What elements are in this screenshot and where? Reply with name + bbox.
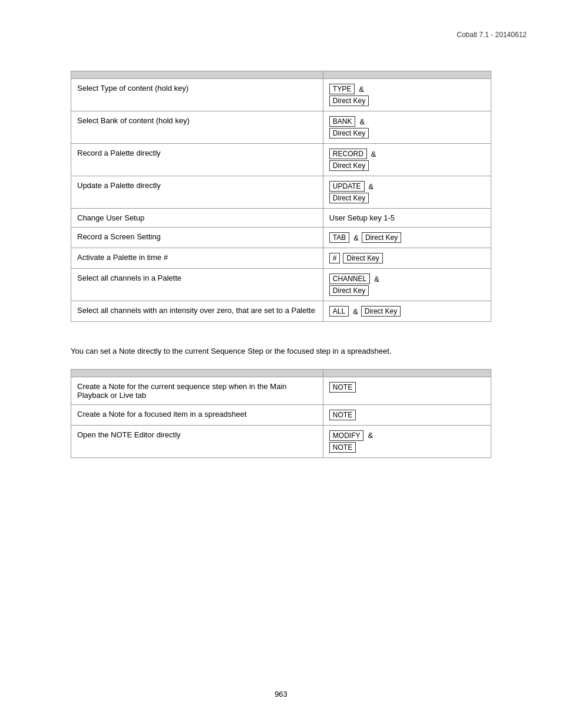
row-description: Update a Palette directly — [71, 176, 323, 209]
row-keys: NOTE — [323, 377, 491, 404]
direct-key: Direct Key — [329, 128, 369, 139]
table-row: Open the NOTE Editor directly MODIFY & N… — [71, 425, 491, 457]
row-description: Select Type of content (hold key) — [71, 79, 323, 111]
type-key: TYPE — [329, 84, 355, 94]
row-description: Create a Note for the current sequence s… — [71, 377, 323, 404]
direct-key: Direct Key — [329, 160, 369, 171]
table-row: Create a Note for the current sequence s… — [71, 377, 491, 404]
table-row: Select Bank of content (hold key) BANK &… — [71, 111, 491, 144]
row-description: Open the NOTE Editor directly — [71, 425, 323, 457]
tab-key: TAB — [329, 232, 349, 243]
col-header-1 — [71, 71, 323, 79]
row-keys: RECORD & Direct Key — [323, 144, 491, 176]
note-key: NOTE — [329, 382, 356, 393]
note-section-intro: You can set a Note directly to the curre… — [71, 345, 491, 357]
table-row: Select Type of content (hold key) TYPE &… — [71, 79, 491, 111]
row-description: Record a Screen Setting — [71, 228, 323, 248]
row-keys: BANK & Direct Key — [323, 111, 491, 144]
table-row: Select all channels with an intensity ov… — [71, 301, 491, 322]
direct-key: Direct Key — [329, 285, 369, 296]
bank-key: BANK — [329, 116, 356, 127]
hash-key: # — [329, 253, 340, 263]
col-header-2 — [323, 71, 491, 79]
row-keys: NOTE — [323, 404, 491, 425]
note-shortcuts-table: Create a Note for the current sequence s… — [71, 369, 491, 458]
table-row: Change User Setup User Setup key 1-5 — [71, 209, 491, 228]
row-description: Activate a Palette in time # — [71, 248, 323, 269]
record-key: RECORD — [329, 149, 367, 159]
row-description: Select Bank of content (hold key) — [71, 111, 323, 144]
update-key: UPDATE — [329, 181, 365, 192]
direct-key: Direct Key — [329, 95, 369, 106]
row-keys: MODIFY & NOTE — [323, 425, 491, 457]
row-keys: User Setup key 1-5 — [323, 209, 491, 228]
row-description: Create a Note for a focused item in a sp… — [71, 404, 323, 425]
row-keys: UPDATE & Direct Key — [323, 176, 491, 209]
row-description: Select all channels with an intensity ov… — [71, 301, 323, 322]
col-header-2 — [323, 369, 491, 377]
direct-key: Direct Key — [343, 253, 382, 263]
table-row: Select all channels in a Palette CHANNEL… — [71, 269, 491, 301]
table-row: Create a Note for a focused item in a sp… — [71, 404, 491, 425]
modify-key: MODIFY — [329, 430, 364, 441]
table-row: Update a Palette directly UPDATE & Direc… — [71, 176, 491, 209]
page-header: Cobalt 7.1 - 20140612 — [457, 31, 527, 39]
page-number: 963 — [0, 690, 562, 699]
col-header-1 — [71, 369, 323, 377]
palette-shortcuts-table: Select Type of content (hold key) TYPE &… — [71, 71, 491, 322]
row-keys: TYPE & Direct Key — [323, 79, 491, 111]
table-row: Record a Palette directly RECORD & Direc… — [71, 144, 491, 176]
channel-key: CHANNEL — [329, 274, 370, 284]
row-description: Select all channels in a Palette — [71, 269, 323, 301]
direct-key: Direct Key — [329, 193, 369, 203]
note-key: NOTE — [329, 442, 356, 453]
direct-key: Direct Key — [361, 306, 401, 317]
note-key: NOTE — [329, 410, 356, 420]
all-key: ALL — [329, 306, 349, 317]
row-description: Change User Setup — [71, 209, 323, 228]
row-keys: TAB & Direct Key — [323, 228, 491, 248]
row-keys: ALL & Direct Key — [323, 301, 491, 322]
row-description: Record a Palette directly — [71, 144, 323, 176]
table-row: Record a Screen Setting TAB & Direct Key — [71, 228, 491, 248]
row-keys: CHANNEL & Direct Key — [323, 269, 491, 301]
direct-key: Direct Key — [362, 232, 401, 243]
table-row: Activate a Palette in time # # Direct Ke… — [71, 248, 491, 269]
row-keys: # Direct Key — [323, 248, 491, 269]
version-text: Cobalt 7.1 - 20140612 — [457, 31, 527, 39]
user-setup-text: User Setup key 1-5 — [329, 213, 395, 222]
